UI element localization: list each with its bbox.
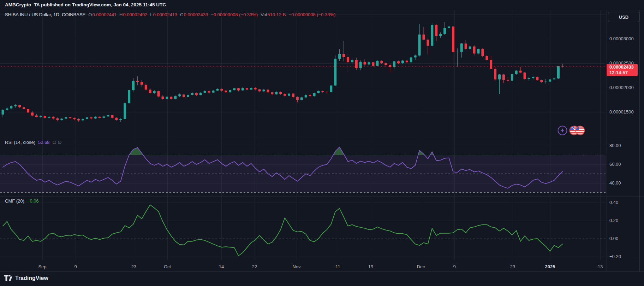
candle: [338, 49, 341, 61]
candle: [69, 117, 71, 119]
candle: [427, 39, 429, 55]
candle: [250, 87, 252, 90]
candle: [418, 24, 421, 57]
rsi-value: 52.68: [38, 140, 50, 145]
candle: [242, 87, 244, 91]
candle: [60, 118, 63, 121]
candle: [103, 116, 105, 118]
symbol-legend[interactable]: SHIBA INU / US Dollar, 1D, COINBASE O0.0…: [5, 12, 335, 17]
footer-brand[interactable]: TradingView: [4, 273, 48, 284]
cmf-value: −0.06: [27, 198, 39, 204]
candle: [524, 72, 526, 80]
candle: [40, 115, 42, 118]
candle: [330, 85, 332, 93]
tradingview-logo-icon: [4, 275, 12, 282]
candle: [10, 105, 12, 110]
symbol-title: SHIBA INU / US Dollar, 1D, COINBASE: [5, 12, 85, 17]
candle: [431, 23, 433, 46]
tradingview-published-chart: 0.000030000.000025000.000020000.00001500…: [0, 0, 644, 286]
candle: [178, 94, 181, 97]
candle: [448, 22, 450, 32]
bar-countdown: 12:14:57: [609, 70, 638, 76]
cmf-legend[interactable]: CMF (20) −0.06: [5, 198, 39, 204]
lightning-icon[interactable]: [558, 126, 567, 135]
candle: [136, 76, 139, 85]
candle: [258, 89, 261, 92]
candle: [561, 64, 564, 68]
candle: [14, 104, 17, 107]
candle: [56, 117, 59, 121]
candle: [229, 90, 231, 93]
candle: [233, 88, 235, 91]
candle: [246, 88, 248, 91]
chart-canvas[interactable]: [0, 0, 644, 286]
candle: [498, 74, 501, 94]
candle: [326, 91, 328, 94]
candle: [397, 60, 400, 64]
rsi-legend[interactable]: RSI (14, close) 52.68 ∅ ∅: [5, 140, 62, 145]
candle: [157, 91, 160, 97]
ohlc-high: H0.00002492: [119, 12, 147, 17]
candle: [124, 102, 126, 119]
candle: [65, 116, 67, 119]
candle: [82, 118, 84, 121]
candle: [183, 94, 185, 98]
candle: [368, 61, 370, 66]
candle: [119, 118, 122, 122]
brand-name: TradingView: [15, 275, 48, 281]
last-price-badge[interactable]: 0.00002433 12:14:57: [607, 64, 638, 76]
candle: [439, 32, 442, 38]
candle: [208, 91, 210, 94]
candle: [481, 48, 484, 57]
candle: [452, 26, 454, 66]
candle: [225, 90, 227, 93]
candle: [473, 45, 476, 56]
candle: [128, 89, 130, 104]
rsi-title: RSI (14, close): [5, 140, 35, 145]
candle: [540, 80, 543, 83]
candle: [364, 59, 366, 66]
candle: [309, 94, 311, 97]
candle: [549, 78, 551, 82]
candle: [557, 66, 560, 79]
candle: [389, 64, 391, 72]
us-flag-coins-icon: [570, 126, 585, 135]
candle: [342, 41, 345, 62]
price-axis[interactable]: [607, 10, 644, 260]
currency-toggle-button[interactable]: USD: [608, 12, 639, 22]
candle: [519, 67, 522, 73]
candle: [511, 74, 513, 81]
candle: [502, 74, 505, 83]
candle: [2, 109, 4, 117]
candle: [111, 115, 113, 118]
candle: [507, 77, 509, 82]
cmf-line: [3, 205, 562, 256]
candle: [380, 60, 383, 64]
candle: [166, 96, 168, 99]
candle: [145, 83, 147, 91]
time-axis[interactable]: [0, 260, 606, 272]
candle: [494, 67, 496, 81]
candle: [456, 48, 459, 67]
candle: [536, 76, 538, 81]
candle: [528, 76, 530, 81]
candle: [465, 40, 467, 50]
candle: [317, 91, 320, 94]
candle: [313, 93, 316, 97]
candle: [132, 78, 135, 92]
candle: [35, 114, 38, 117]
candle: [393, 61, 395, 69]
candle: [423, 27, 425, 40]
candle: [115, 117, 118, 121]
candle: [44, 116, 46, 119]
candle: [376, 60, 378, 66]
ohlc-open: O0.00002441: [88, 12, 117, 17]
candle: [515, 70, 518, 75]
candle: [212, 90, 215, 93]
candle: [414, 54, 417, 60]
candle: [359, 60, 362, 70]
candle: [401, 60, 404, 64]
candle: [284, 93, 286, 97]
candle: [23, 106, 25, 110]
candle: [220, 88, 223, 92]
